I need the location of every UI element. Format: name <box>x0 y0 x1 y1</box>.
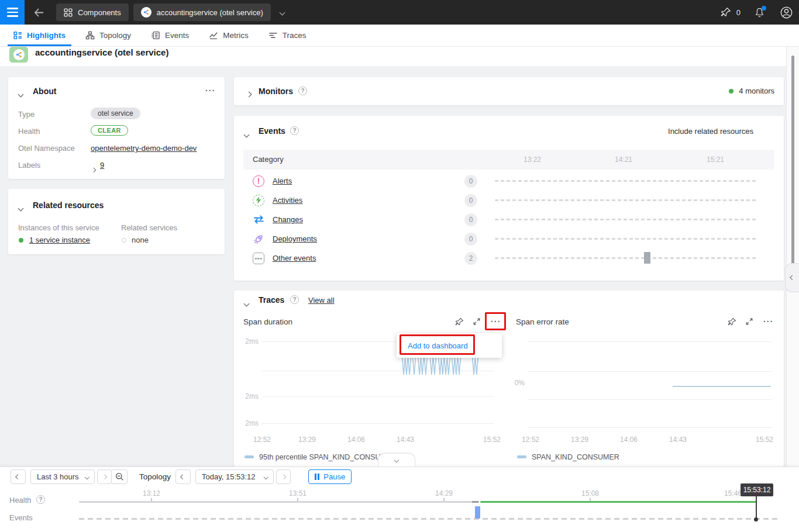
tab-highlights[interactable]: Highlights <box>6 25 73 46</box>
changes-icon <box>253 214 264 226</box>
about-menu-icon[interactable]: ⋯ <box>205 88 215 94</box>
namespace-link[interactable]: opentelemetry-demo-demo-dev <box>91 144 197 153</box>
collapse-chevron-icon[interactable] <box>19 88 23 99</box>
about-namespace-label: Otel Namespace <box>18 144 75 153</box>
service-instance-link[interactable]: 1 service instance <box>29 236 90 244</box>
span-error-rate-plot: 0% 12:52 13:29 14:06 14:43 15:52 <box>528 336 772 433</box>
timeline-collapse-tab[interactable] <box>378 453 415 467</box>
instances-label: Instances of this service <box>18 223 99 232</box>
tab-entity[interactable]: accountingservice (otel service) <box>133 4 271 21</box>
monitors-status-dot <box>729 89 733 94</box>
event-row-other-events: ••• Other events 2 <box>243 248 774 268</box>
pause-label: Pause <box>323 472 345 481</box>
events-marker-blue[interactable] <box>475 506 480 519</box>
about-type-label: Type <box>18 110 35 119</box>
pin-chart-icon[interactable] <box>725 315 739 329</box>
entity-tab-label: accountingservice (otel service) <box>157 8 263 17</box>
view-all-link[interactable]: View all <box>308 296 335 305</box>
events-time-label: 15:21 <box>707 156 724 164</box>
x-tick-label: 13:29 <box>571 436 588 444</box>
deployments-count: 0 <box>464 233 477 246</box>
side-panel-handle[interactable] <box>785 263 799 292</box>
expand-chart-icon[interactable] <box>470 315 484 329</box>
back-button[interactable] <box>32 5 46 19</box>
other-events-marker[interactable] <box>644 252 650 264</box>
health-dot-green <box>19 238 23 243</box>
zoom-out-button[interactable] <box>111 469 128 484</box>
footer-time-label: 13:12 <box>143 489 160 498</box>
x-tick-label: 15:52 <box>756 436 773 444</box>
health-badge: CLEAR <box>91 125 128 136</box>
labels-expand-chevron-icon[interactable] <box>92 163 95 174</box>
tab-traces[interactable]: Traces <box>261 25 314 46</box>
category-column-header: Category <box>253 155 284 164</box>
x-tick-label: 14:43 <box>397 436 414 444</box>
pin-chart-icon[interactable] <box>452 315 466 329</box>
changes-link[interactable]: Changes <box>273 215 303 224</box>
labels-count-link[interactable]: 9 <box>100 161 104 170</box>
time-cursor-dot[interactable] <box>754 517 758 521</box>
chevron-down-icon <box>394 458 399 462</box>
help-icon[interactable]: ? <box>290 295 299 304</box>
current-time-select[interactable]: Today, 15:53:12 <box>195 469 274 484</box>
events-timeline-dashed[interactable] <box>79 518 781 520</box>
scrollbar-thumb[interactable] <box>791 56 794 266</box>
annotation-box-menu-icon <box>485 312 506 330</box>
tab-label: Highlights <box>27 31 66 40</box>
menu-icon[interactable] <box>0 0 25 25</box>
x-tick-label: 14:06 <box>347 436 365 444</box>
collapse-chevron-icon[interactable] <box>244 129 249 139</box>
x-tick-label: 12:52 <box>522 436 539 444</box>
expand-chevron-icon[interactable] <box>247 88 251 99</box>
health-timeline-green[interactable] <box>480 501 756 503</box>
tab-components[interactable]: Components <box>56 4 129 21</box>
help-icon[interactable]: ? <box>36 495 45 504</box>
tab-metrics[interactable]: Metrics <box>202 25 256 46</box>
alerts-link[interactable]: Alerts <box>273 177 292 185</box>
chart-menu-icon[interactable]: ⋯ <box>761 315 775 329</box>
other-events-timeline <box>495 257 757 259</box>
pin-icon[interactable] <box>719 5 733 19</box>
tabs-dropdown-button[interactable] <box>275 5 290 19</box>
time-back-button[interactable] <box>175 469 191 484</box>
empty-dot <box>122 238 126 243</box>
rocket-icon <box>253 233 264 245</box>
health-timeline-gray[interactable] <box>79 501 471 503</box>
pause-button[interactable]: Pause <box>308 469 352 484</box>
span-duration-title: Span duration <box>243 317 292 326</box>
about-card: About ⋯ Type otel service Health CLEAR O… <box>8 77 225 179</box>
help-icon[interactable]: ? <box>290 126 299 135</box>
other-events-link[interactable]: Other events <box>273 254 316 262</box>
pin-count: 0 <box>736 8 741 17</box>
legend-swatch <box>244 455 254 458</box>
range-forward-button[interactable] <box>97 469 112 484</box>
time-range-value: Last 3 hours <box>37 472 79 481</box>
user-avatar[interactable] <box>779 5 793 19</box>
activities-link[interactable]: Activities <box>273 196 302 205</box>
events-time-label: 14:21 <box>615 156 632 164</box>
legend-swatch <box>517 455 526 458</box>
chevron-left-icon <box>790 275 795 280</box>
deployments-timeline <box>495 238 757 240</box>
highlights-icon <box>13 31 22 40</box>
deployments-link[interactable]: Deployments <box>273 234 317 243</box>
collapse-chevron-icon[interactable] <box>19 202 23 213</box>
tab-topology[interactable]: Topology <box>78 25 138 46</box>
time-forward-button[interactable] <box>276 469 291 484</box>
expand-chart-icon[interactable] <box>742 315 756 329</box>
include-related-label: Include related resources <box>668 127 753 136</box>
time-range-select[interactable]: Last 3 hours <box>30 469 95 484</box>
collapse-chevron-icon[interactable] <box>244 298 249 308</box>
tab-label: Events <box>165 31 189 40</box>
help-icon[interactable]: ? <box>298 87 307 95</box>
scrollbar-track[interactable] <box>786 47 799 467</box>
tab-events[interactable]: Events <box>144 25 196 46</box>
time-cursor-line[interactable] <box>756 496 757 519</box>
range-back-button[interactable] <box>11 469 26 484</box>
span-error-rate-series <box>528 336 772 433</box>
health-timeline-unknown[interactable] <box>471 501 479 503</box>
footer-time-label: 13:51 <box>289 489 306 498</box>
traces-icon <box>268 31 278 40</box>
traces-title: Traces <box>259 295 284 305</box>
notifications-bell-icon[interactable] <box>752 5 766 19</box>
